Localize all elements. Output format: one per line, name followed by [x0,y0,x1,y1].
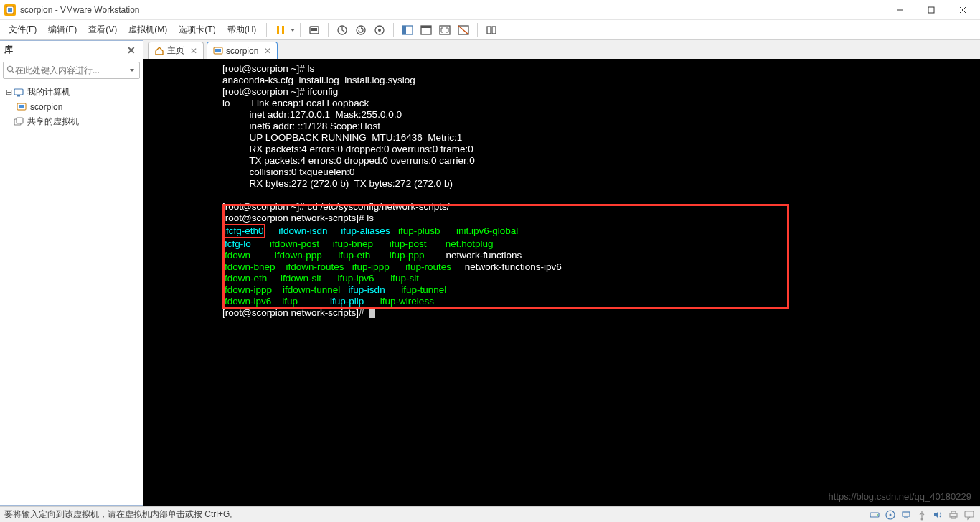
tray-hdd-icon[interactable] [868,508,881,521]
menu-file[interactable]: 文件(F) [3,21,42,39]
svg-rect-19 [421,26,431,28]
separator [300,23,301,37]
svg-marker-27 [130,69,134,72]
tray-sound-icon[interactable] [931,508,944,521]
file-entry: ifup-isdn [349,284,402,295]
tray-cd-icon[interactable] [884,508,897,521]
status-text: 要将输入定向到该虚拟机，请在虚拟机内部单击或按 Ctrl+G。 [4,508,238,521]
menu-tabs[interactable]: 选项卡(T) [173,21,221,39]
tab-bar: 主页 ✕ scorpion ✕ [143,40,980,59]
separator [393,23,394,37]
search-dropdown[interactable] [128,68,136,73]
file-entry: ifcfg-lo [222,238,270,249]
tray-usb-icon[interactable] [915,508,928,521]
tree-vm-scorpion[interactable]: scorpion [1,100,141,114]
file-entry: ifdown-ppp [275,250,339,261]
svg-point-37 [877,514,878,516]
view-sidebar-button[interactable] [399,22,416,39]
send-ctrl-alt-del-button[interactable] [306,22,323,39]
svg-rect-10 [311,28,317,31]
file-entry: ifup-bnep [333,238,390,249]
file-entry: ifup-aliases [341,225,398,236]
terminal-line: ifdown-eth ifdown-sit ifup-ipv6 ifup-sit [143,273,980,284]
sidebar-search[interactable] [3,62,140,79]
file-entry: ifup-post [390,238,446,249]
tree-my-computer[interactable]: ⊟ 我的计算机 [1,85,141,100]
maximize-button[interactable] [915,0,947,20]
file-entry [460,284,524,295]
terminal-line: TX packets:4 errors:0 dropped:0 overruns… [143,155,980,167]
tree-label: 共享的虚拟机 [27,116,79,128]
tree-shared-vms[interactable]: 共享的虚拟机 [1,114,141,129]
window-title: scorpion - VMware Workstation [20,5,884,15]
minimize-button[interactable] [884,0,915,20]
file-entry: ifup-routes [405,261,465,272]
separator [266,23,267,37]
menu-edit[interactable]: 编辑(E) [42,21,83,39]
close-button[interactable] [947,0,979,20]
terminal-line: collisions:0 txqueuelen:0 [143,167,980,178]
svg-rect-40 [903,512,910,516]
library-tree: ⊟ 我的计算机 scorpion 共享的虚拟机 [0,82,143,505]
terminal[interactable]: [root@scorpion ~]# lsanaconda-ks.cfg ins… [143,59,980,506]
svg-rect-46 [965,511,974,517]
file-entry: ifdown-post [270,238,333,249]
pause-button[interactable] [272,22,289,39]
sidebar-close-button[interactable]: ✕ [124,45,138,56]
file-entry: net.hotplug [446,238,529,249]
svg-marker-8 [291,29,295,32]
expander-icon[interactable]: ⊟ [4,88,13,97]
terminal-line: ifdown-ippp ifdown-tunnel ifup-isdn ifup… [143,284,980,296]
terminal-line: [root@scorpion ~]# ls [143,63,980,75]
svg-point-25 [8,66,13,71]
tray-net-icon[interactable] [900,508,913,521]
menubar: 文件(F) 编辑(E) 查看(V) 虚拟机(M) 选项卡(T) 帮助(H) [0,20,980,40]
file-entry: ifdown [222,250,275,261]
view-thumbnail-button[interactable] [483,22,500,39]
tray-message-icon[interactable] [963,508,976,521]
terminal-line: ifdown-ipv6 ifup ifup-plip ifup-wireless [143,296,980,307]
vm-icon [16,101,27,113]
cursor [369,308,375,318]
snapshot-revert-button[interactable] [352,22,369,39]
file-entry: ifup-plip [330,296,380,307]
svg-rect-33 [17,118,23,123]
tab-close-button[interactable]: ✕ [264,46,271,56]
menu-view[interactable]: 查看(V) [83,21,123,39]
view-fullscreen-button[interactable] [436,22,453,39]
file-entry: ifdown-tunnel [283,284,349,295]
svg-rect-17 [402,26,406,34]
pause-dropdown[interactable] [290,28,296,32]
shared-icon [13,116,24,128]
terminal-line: ifcfg-lo ifdown-post ifup-bnep ifup-post… [143,238,980,250]
tab-home[interactable]: 主页 ✕ [148,42,204,59]
tray-printer-icon[interactable] [947,508,960,521]
svg-point-15 [378,29,381,32]
svg-line-26 [12,71,14,73]
vm-icon [213,46,223,56]
file-entry: ifup-ipv6 [338,273,391,284]
tab-label: 主页 [167,45,184,57]
tab-close-button[interactable]: ✕ [190,46,197,56]
terminal-line: RX bytes:272 (272.0 b) TX bytes:272 (272… [143,178,980,190]
file-entry: ifup-tunnel [401,284,460,295]
tab-scorpion[interactable]: scorpion ✕ [207,42,278,59]
content-area: 主页 ✕ scorpion ✕ [root@scorpion ~]# lsana… [143,40,980,506]
app-icon [4,4,16,16]
sidebar-header: 库 ✕ [0,41,143,59]
snapshot-manager-button[interactable] [371,22,388,39]
search-input[interactable] [15,65,128,75]
sidebar-title: 库 [4,44,13,56]
menu-help[interactable]: 帮助(H) [222,21,263,39]
snapshot-take-button[interactable] [334,22,351,39]
tree-label: 我的计算机 [27,86,70,98]
svg-rect-24 [492,27,496,34]
svg-point-12 [357,26,365,34]
view-console-button[interactable] [418,22,435,39]
file-entry: ifdown-eth [222,273,281,284]
view-unity-button[interactable] [455,22,472,39]
titlebar: scorpion - VMware Workstation [0,0,980,20]
menu-vm[interactable]: 虚拟机(M) [123,21,173,39]
statusbar: 要将输入定向到该虚拟机，请在虚拟机内部单击或按 Ctrl+G。 [0,506,980,522]
file-entry: ifup-plusb [398,225,456,236]
